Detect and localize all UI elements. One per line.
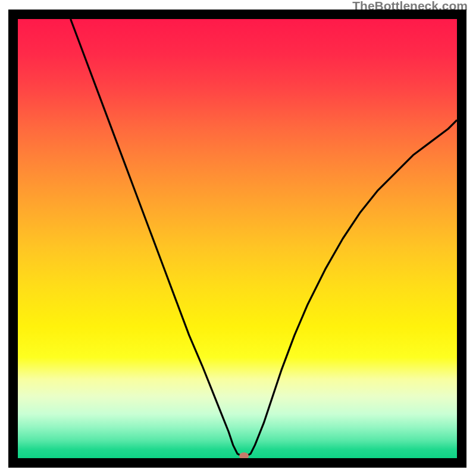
plot-area [18,19,457,458]
bottleneck-curve [71,19,457,456]
chart-container: TheBottleneck.com [0,0,476,476]
minimum-marker [239,452,249,458]
curve-svg [18,19,457,458]
